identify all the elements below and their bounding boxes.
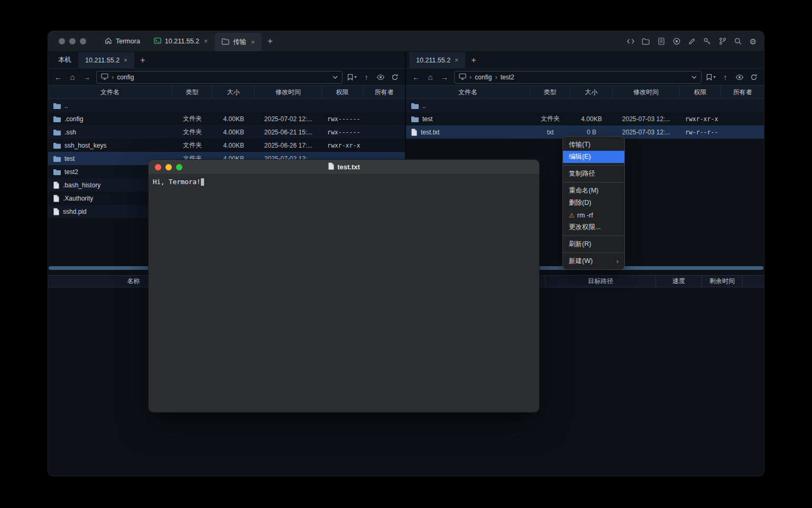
list-icon[interactable] (657, 37, 666, 46)
column-header[interactable]: 类型 (172, 86, 213, 98)
file-type: 文件夹 (172, 125, 213, 139)
show-hidden-files-button[interactable] (735, 72, 744, 83)
menu-item-label: rm -rf (577, 212, 593, 219)
editor-titlebar[interactable]: test.txt (149, 160, 539, 175)
file-table-header: 文件名类型大小修改时间权限所有者 (406, 85, 764, 99)
record-icon[interactable] (672, 37, 681, 46)
file-row[interactable]: .. (406, 99, 764, 112)
file-permissions: rwxr-xr-x (322, 139, 363, 152)
column-header[interactable]: 文件名 (48, 86, 172, 98)
back-button[interactable]: ← (411, 72, 421, 83)
search-icon[interactable] (733, 37, 742, 46)
bookmark-button[interactable]: ▾ (347, 72, 357, 83)
menu-item[interactable]: 新建(W)› (563, 255, 624, 267)
close-tab-icon[interactable]: × (455, 57, 458, 64)
column-header[interactable]: 大小 (213, 86, 255, 98)
minimize-button[interactable] (69, 38, 76, 44)
editor-title: test.txt (149, 162, 539, 171)
new-tab-button[interactable]: + (262, 36, 279, 47)
column-header[interactable]: 类型 (530, 86, 570, 98)
tab-remote-10-211-55-2[interactable]: 10.211.55.2 × (409, 52, 465, 69)
close-tab-icon[interactable]: × (124, 57, 127, 64)
code-icon[interactable] (626, 37, 635, 46)
file-owner (363, 99, 405, 112)
column-header[interactable]: 权限 (680, 86, 721, 98)
zoom-button[interactable] (80, 38, 86, 44)
editor-close-button[interactable] (155, 164, 161, 170)
upload-button[interactable]: ↑ (721, 72, 730, 83)
file-modified (613, 99, 680, 112)
column-header[interactable]: 权限 (322, 86, 363, 98)
chevron-down-icon[interactable] (333, 76, 338, 79)
refresh-button[interactable] (749, 72, 759, 83)
transfer-column-remaining-time[interactable]: 剩余时间 (702, 276, 743, 287)
menu-item[interactable]: 编辑(E) (563, 151, 624, 163)
forward-button[interactable]: → (440, 72, 449, 83)
transfer-column-speed[interactable]: 速度 (656, 276, 702, 287)
breadcrumb-segment[interactable]: config (475, 74, 492, 81)
file-row[interactable]: .ssh文件夹4.00KB2025-06-21 15:...rwx------ (48, 125, 405, 139)
column-header[interactable]: 大小 (570, 86, 613, 98)
file-name: test.txt (421, 129, 439, 136)
editor-window: test.txt Hi, Termora! (149, 160, 539, 412)
menu-item[interactable]: 删除(D) (563, 197, 624, 209)
gear-icon[interactable]: ⚙ (749, 37, 758, 46)
file-type (530, 99, 570, 112)
close-tab-icon[interactable]: × (204, 38, 208, 45)
breadcrumb-segment[interactable]: test2 (501, 74, 514, 81)
tab-local-machine[interactable]: 本机 (51, 52, 78, 69)
menu-item[interactable]: 传输(T) (563, 139, 624, 151)
column-header[interactable]: 所有者 (721, 86, 764, 98)
new-panel-tab-button[interactable]: + (134, 56, 151, 65)
column-header[interactable]: 所有者 (363, 86, 405, 98)
breadcrumb-separator: › (112, 73, 114, 81)
menu-item[interactable]: 复制路径 (563, 168, 624, 180)
file-row[interactable]: .. (48, 99, 405, 112)
key-icon[interactable] (703, 37, 712, 46)
pencil-icon[interactable] (687, 37, 696, 46)
tab-termora-home[interactable]: Termora (98, 31, 147, 51)
path-breadcrumb[interactable]: › config (96, 71, 343, 84)
forward-button[interactable]: → (82, 72, 91, 83)
file-row[interactable]: ssh_host_keys文件夹4.00KB2025-06-26 17:...r… (48, 139, 405, 152)
bookmark-button[interactable]: ▾ (706, 72, 716, 83)
close-tab-icon[interactable]: × (251, 39, 255, 46)
tab-ssh-session[interactable]: 10.211.55.2 × (147, 31, 215, 51)
breadcrumb-segment[interactable]: config (117, 74, 134, 81)
menu-separator (563, 252, 624, 253)
column-header[interactable]: 修改时间 (255, 86, 322, 98)
menu-item[interactable]: 重命名(M) (563, 185, 624, 197)
editor-minimize-button[interactable] (165, 164, 172, 170)
column-header[interactable]: 文件名 (406, 86, 530, 98)
file-row[interactable]: test文件夹4.00KB2025-07-03 12:...rwxr-xr-x (406, 112, 764, 125)
tab-transfer[interactable]: 传输 × (215, 33, 262, 51)
show-hidden-files-button[interactable] (376, 72, 385, 83)
folder-icon[interactable] (641, 37, 650, 46)
menu-item[interactable]: 刷新(R) (563, 238, 624, 250)
column-header[interactable]: 修改时间 (613, 86, 680, 98)
path-breadcrumb[interactable]: › config › test2 (454, 71, 702, 84)
menu-item[interactable]: ⚠rm -rf (563, 209, 624, 221)
branch-icon[interactable] (718, 37, 727, 46)
menu-separator (563, 182, 624, 183)
close-button[interactable] (59, 38, 65, 44)
refresh-button[interactable] (390, 72, 400, 83)
home-button[interactable]: ⌂ (426, 72, 435, 83)
editor-zoom-button[interactable] (176, 164, 182, 170)
file-size: 4.00KB (213, 125, 255, 139)
tab-remote-10-211-55-2[interactable]: 10.211.55.2 × (78, 52, 134, 69)
menu-item[interactable]: 更改权限... (563, 221, 624, 233)
transfer-column-target-path[interactable]: 目标路径 (546, 276, 656, 287)
computer-icon (101, 73, 108, 81)
menu-item-label: 传输(T) (569, 140, 590, 149)
file-permissions: rwx------ (322, 125, 363, 139)
upload-button[interactable]: ↑ (362, 72, 371, 83)
editor-content[interactable]: Hi, Termora! (149, 175, 539, 412)
menu-item-label: 复制路径 (569, 169, 595, 178)
new-panel-tab-button[interactable]: + (465, 56, 482, 65)
file-row[interactable]: .config文件夹4.00KB2025-07-02 12:...rwx----… (48, 112, 405, 125)
chevron-down-icon[interactable] (691, 76, 697, 79)
back-button[interactable]: ← (53, 72, 63, 83)
home-button[interactable]: ⌂ (68, 72, 77, 83)
file-size: 4.00KB (570, 112, 613, 125)
